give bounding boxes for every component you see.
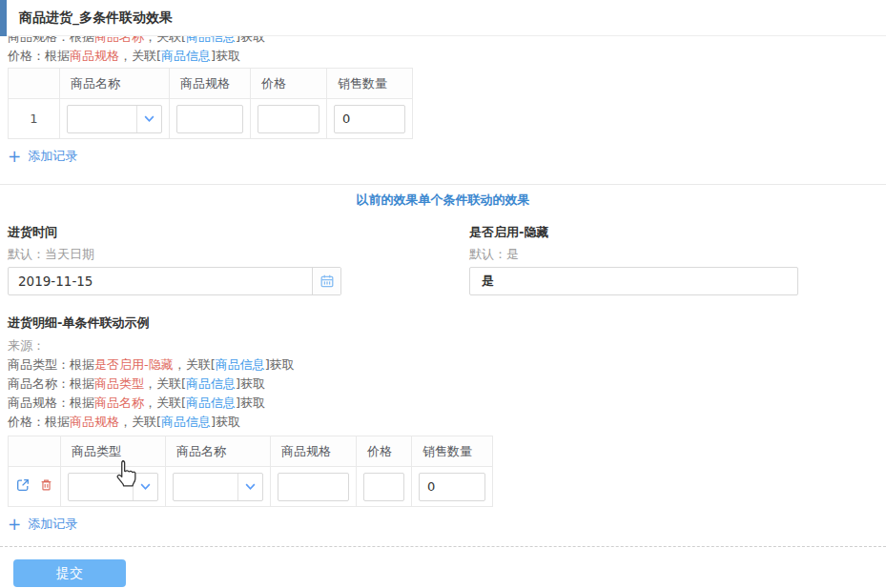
col-header-price: 价格 [357, 436, 412, 467]
enable-hide-label: 是否启用-隐藏 [469, 224, 886, 240]
col-header-index [9, 69, 60, 99]
quantity-input[interactable] [334, 105, 405, 133]
col-header-product-name: 商品名称 [166, 436, 271, 467]
rule-prefix: 价格：根据 [8, 415, 70, 429]
col-header-quantity: 销售数量 [327, 69, 413, 99]
rule-linked-form: 商品信息 [186, 395, 236, 410]
col-header-price: 价格 [251, 69, 327, 99]
delete-row-icon[interactable] [39, 477, 53, 496]
table-row: 1 [9, 99, 413, 139]
add-record-label: 添加记录 [28, 148, 77, 165]
rule-prefix: 价格：根据 [8, 49, 70, 63]
purchase-detail-single-table: 商品类型 商品名称 商品规格 价格 销售数量 [8, 436, 493, 507]
open-detail-icon[interactable] [15, 477, 31, 496]
chevron-down-icon [136, 106, 161, 132]
rule-source-field: 是否启用-隐藏 [94, 357, 174, 372]
add-record-button[interactable]: + 添加记录 [8, 148, 77, 165]
enable-hide-input[interactable] [469, 267, 798, 295]
rule-source-field: 商品类型 [94, 376, 144, 391]
purchase-detail-table: 商品名称 商品规格 价格 销售数量 1 [8, 68, 413, 139]
rule-suffix: ]获取 [236, 376, 265, 391]
rule-source-field: 商品名称 [94, 395, 144, 410]
product-type-select[interactable] [68, 473, 158, 501]
col-header-product-name: 商品名称 [60, 69, 170, 99]
product-name-select[interactable] [173, 473, 263, 501]
rule-suffix: ]获取 [211, 49, 240, 63]
rule-prefix: 商品规格：根据 [8, 395, 94, 410]
purchase-time-label: 进货时间 [8, 224, 469, 240]
rule-line: 商品规格：根据商品名称，关联[商品信息]获取 [8, 394, 886, 413]
price-input[interactable] [258, 105, 319, 133]
plus-icon: + [8, 150, 21, 164]
table-row [9, 467, 493, 507]
add-record-label: 添加记录 [28, 516, 77, 533]
enable-hide-hint: 默认：是 [469, 247, 886, 262]
section-banner: 以前的效果单个条件联动的效果 [0, 192, 886, 209]
col-header-quantity: 销售数量 [412, 436, 493, 467]
plus-icon: + [8, 517, 21, 532]
rule-linked-form: 商品信息 [186, 376, 236, 391]
source-label: 来源： [8, 338, 886, 354]
table-header-row: 商品名称 商品规格 价格 销售数量 [9, 69, 413, 99]
add-record-button[interactable]: + 添加记录 [8, 516, 77, 533]
col-header-product-spec: 商品规格 [271, 436, 357, 467]
rule-source-field: 商品规格 [70, 49, 119, 63]
rule-prefix: 商品类型：根据 [8, 357, 94, 372]
row-index: 1 [9, 99, 60, 139]
col-header-product-type: 商品类型 [61, 436, 166, 467]
rule-mid: ，关联[ [119, 415, 161, 429]
single-section-title: 进货明细-单条件联动示例 [8, 314, 886, 331]
price-input[interactable] [363, 473, 404, 501]
rule-mid: ，关联[ [144, 376, 186, 391]
product-spec-input[interactable] [176, 105, 243, 133]
purchase-time-hint: 默认：当天日期 [8, 247, 469, 262]
titlebar: 商品进货_多条件联动效果 [0, 0, 886, 36]
chevron-down-icon [133, 474, 157, 500]
col-header-actions [9, 436, 61, 467]
rule-line: 价格：根据商品规格，关联[商品信息]获取 [8, 47, 878, 66]
rule-mid: ，关联[ [119, 49, 161, 63]
rule-line: 价格：根据商品规格，关联[商品信息]获取 [8, 413, 886, 432]
date-input[interactable] [9, 268, 312, 294]
product-name-select[interactable] [67, 105, 162, 133]
rule-suffix: ]获取 [211, 415, 240, 429]
footer-divider [0, 546, 886, 547]
table-header-row: 商品类型 商品名称 商品规格 价格 销售数量 [9, 436, 493, 467]
quantity-input[interactable] [419, 473, 485, 501]
chevron-down-icon [237, 474, 262, 500]
rule-mid: ，关联[ [174, 357, 216, 372]
rule-linked-form: 商品信息 [161, 415, 211, 429]
rule-line: 商品类型：根据是否启用-隐藏，关联[商品信息]获取 [8, 355, 886, 375]
rule-source-field: 商品规格 [70, 415, 119, 429]
purchase-time-field[interactable] [8, 267, 341, 295]
product-spec-input[interactable] [278, 473, 349, 501]
rule-prefix: 商品名称：根据 [8, 376, 94, 391]
rule-mid: ，关联[ [144, 395, 186, 410]
title-accent-strip [0, 0, 7, 36]
rule-suffix: ]获取 [265, 357, 295, 372]
calendar-icon[interactable] [312, 268, 340, 294]
rule-line: 商品名称：根据商品类型，关联[商品信息]获取 [8, 375, 886, 394]
section-divider [0, 184, 886, 185]
rule-linked-form: 商品信息 [216, 357, 265, 372]
rule-suffix: ]获取 [236, 395, 265, 410]
col-header-product-spec: 商品规格 [170, 69, 251, 99]
rule-linked-form: 商品信息 [161, 49, 211, 63]
submit-button[interactable]: 提交 [13, 559, 126, 587]
page-title: 商品进货_多条件联动效果 [19, 10, 173, 27]
